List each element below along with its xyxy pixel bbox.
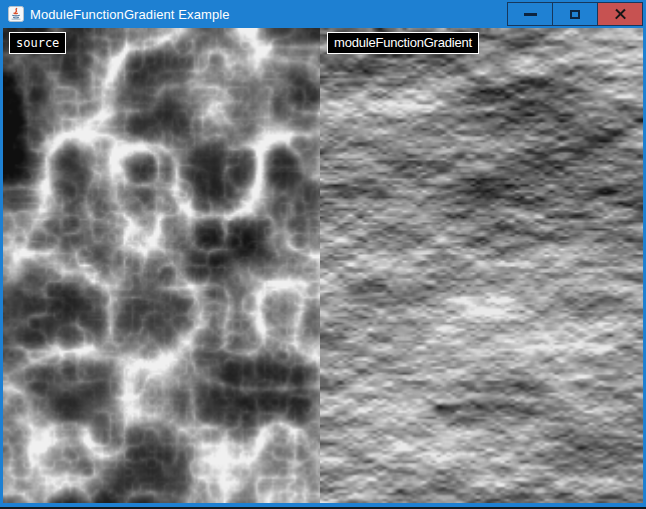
- content-area: source moduleFunctionGradient: [3, 28, 643, 503]
- source-label: source: [9, 32, 66, 54]
- minimize-button[interactable]: [507, 2, 553, 26]
- java-app-icon: [8, 6, 24, 22]
- minimize-icon: [524, 13, 537, 16]
- close-icon: [614, 8, 627, 21]
- module-function-gradient-panel: moduleFunctionGradient: [320, 28, 643, 503]
- module-function-gradient-image: [320, 28, 643, 503]
- module-function-gradient-label: moduleFunctionGradient: [327, 32, 479, 54]
- maximize-icon: [570, 10, 580, 19]
- source-image: [3, 28, 320, 503]
- source-panel: source: [3, 28, 320, 503]
- module-function-gradient-label-text: moduleFunctionGradient: [334, 35, 472, 50]
- app-window: ModuleFunctionGradient Example source mo…: [0, 0, 646, 509]
- source-label-text: source: [16, 36, 59, 50]
- close-button[interactable]: [597, 2, 643, 26]
- titlebar[interactable]: ModuleFunctionGradient Example: [0, 0, 646, 28]
- maximize-button[interactable]: [552, 2, 598, 26]
- window-title: ModuleFunctionGradient Example: [30, 7, 230, 22]
- window-controls: [507, 2, 643, 26]
